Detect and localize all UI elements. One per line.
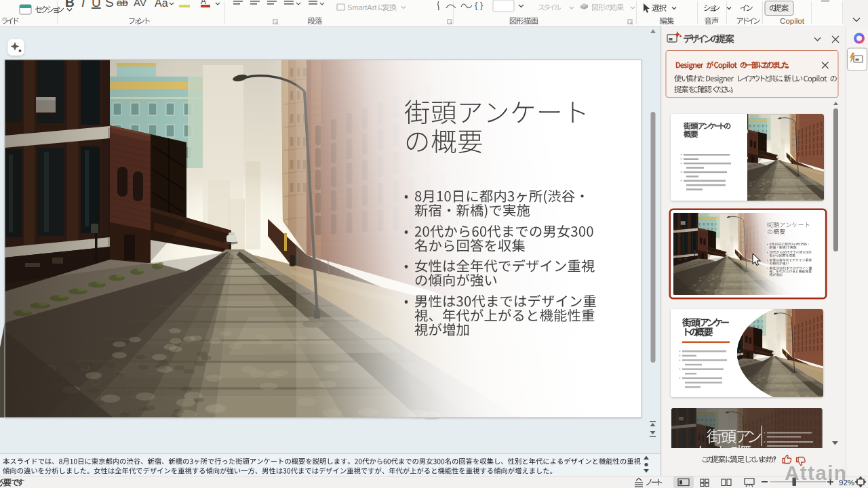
svg-text:AV: AV — [134, 0, 146, 8]
svg-text:B: B — [65, 0, 75, 9]
svg-text:A: A — [201, 0, 206, 6]
svg-text:Aa: Aa — [155, 0, 168, 9]
svg-text:ab: ab — [117, 0, 128, 8]
svg-text:Copilot: Copilot — [780, 17, 805, 25]
svg-text:U: U — [92, 0, 101, 9]
svg-text:S: S — [105, 0, 114, 9]
svg-text:Attain: Attain — [785, 462, 847, 484]
svg-text:I: I — [81, 0, 85, 9]
svg-text:SmartArt: SmartArt — [347, 3, 376, 12]
svg-text:{ }: { } — [475, 0, 484, 10]
